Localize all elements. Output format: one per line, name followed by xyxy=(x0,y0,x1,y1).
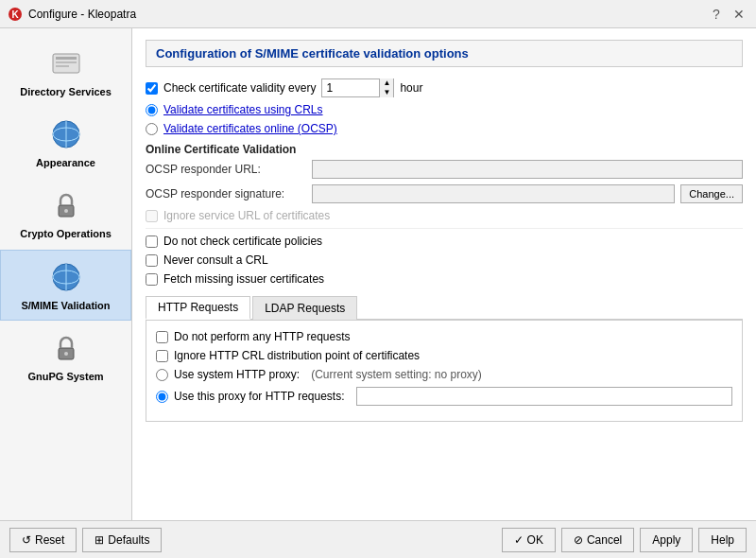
sidebar-label-appearance: Appearance xyxy=(36,157,95,169)
content-title: Configuration of S/MIME certificate vali… xyxy=(146,40,743,67)
no-http-label[interactable]: Do not perform any HTTP requests xyxy=(174,330,351,343)
sidebar-label-crypto-operations: Crypto Operations xyxy=(20,228,112,240)
ignore-service-url-label: Ignore service URL of certificates xyxy=(163,209,330,222)
reset-label: Reset xyxy=(35,533,64,547)
ocsp-url-input[interactable] xyxy=(312,160,743,179)
sidebar: Directory Services Appearance Crypto xyxy=(0,28,132,520)
hour-value-input[interactable] xyxy=(322,79,379,96)
ocsp-signature-row: OCSP responder signature: Change... xyxy=(146,184,743,203)
sidebar-item-crypto-operations[interactable]: Crypto Operations xyxy=(0,178,131,249)
cancel-icon: ⊘ xyxy=(574,533,583,547)
change-button[interactable]: Change... xyxy=(680,184,743,203)
ok-button[interactable]: ✓ OK xyxy=(502,528,556,552)
fetch-missing-row: Fetch missing issuer certificates xyxy=(146,272,743,286)
title-bar: K Configure - Kleopatra ? ✕ xyxy=(0,0,756,28)
ignore-http-crl-checkbox[interactable] xyxy=(156,350,168,362)
validate-ocsp-label[interactable]: Validate certificates online (OCSP) xyxy=(163,122,337,135)
ignore-http-crl-label[interactable]: Ignore HTTP CRL distribution point of ce… xyxy=(174,349,420,362)
ok-check-icon: ✓ xyxy=(514,533,524,547)
apply-button[interactable]: Apply xyxy=(640,528,693,552)
reset-icon: ↺ xyxy=(22,533,31,547)
validate-ocsp-radio[interactable] xyxy=(146,123,158,135)
reset-button[interactable]: ↺ Reset xyxy=(9,528,77,552)
help-button[interactable]: ? xyxy=(707,5,726,24)
smime-validation-icon xyxy=(47,258,85,296)
no-http-checkbox[interactable] xyxy=(156,331,168,343)
check-validity-checkbox[interactable] xyxy=(146,82,158,95)
svg-rect-3 xyxy=(56,57,77,60)
defaults-button[interactable]: ⊞ Defaults xyxy=(82,528,162,552)
content-panel: Configuration of S/MIME certificate vali… xyxy=(132,28,756,520)
hour-spinner[interactable]: ▲ ▼ xyxy=(321,78,394,97)
spinner-buttons: ▲ ▼ xyxy=(379,78,393,97)
never-consult-crl-label[interactable]: Never consult a CRL xyxy=(163,253,268,267)
help-label: Help xyxy=(711,533,734,547)
sidebar-label-gnupg-system: GnuPG System xyxy=(27,371,103,383)
cancel-label: Cancel xyxy=(587,533,622,547)
never-consult-crl-row: Never consult a CRL xyxy=(146,253,743,267)
app-icon: K xyxy=(8,7,23,22)
svg-rect-5 xyxy=(56,65,69,67)
never-consult-crl-checkbox[interactable] xyxy=(146,254,158,267)
hour-unit-label: hour xyxy=(400,81,422,95)
ok-label: OK xyxy=(527,533,543,547)
appearance-icon xyxy=(47,115,85,153)
this-proxy-input[interactable] xyxy=(356,387,732,406)
validate-crl-radio[interactable] xyxy=(146,104,158,116)
sidebar-label-directory-services: Directory Services xyxy=(20,86,112,98)
fetch-missing-checkbox[interactable] xyxy=(146,273,158,286)
help-button[interactable]: Help xyxy=(698,528,747,552)
system-proxy-label[interactable]: Use system HTTP proxy: xyxy=(174,368,300,381)
svg-rect-4 xyxy=(56,61,77,63)
svg-point-15 xyxy=(64,352,68,356)
ocsp-url-row: OCSP responder URL: xyxy=(146,160,743,179)
cancel-button[interactable]: ⊘ Cancel xyxy=(561,528,634,552)
bottom-bar: ↺ Reset ⊞ Defaults ✓ OK ⊘ Cancel Apply H… xyxy=(0,520,756,558)
validate-ocsp-link[interactable]: Validate certificates online (OCSP) xyxy=(163,122,337,135)
ocsp-url-label: OCSP responder URL: xyxy=(146,163,306,176)
main-container: Directory Services Appearance Crypto xyxy=(0,28,756,520)
window-title: Configure - Kleopatra xyxy=(28,8,707,21)
ocsp-signature-input[interactable] xyxy=(312,184,675,203)
request-tabs: HTTP Requests LDAP Requests Do not perfo… xyxy=(146,295,743,422)
tab-ldap-requests[interactable]: LDAP Requests xyxy=(252,296,357,320)
svg-text:K: K xyxy=(11,9,19,20)
sidebar-item-gnupg-system[interactable]: GnuPG System xyxy=(0,321,131,392)
window-controls: ? ✕ xyxy=(707,5,748,24)
this-proxy-radio[interactable] xyxy=(156,391,168,403)
ignore-service-url-row: Ignore service URL of certificates xyxy=(146,209,743,222)
fetch-missing-label[interactable]: Fetch missing issuer certificates xyxy=(163,272,324,286)
svg-point-10 xyxy=(64,209,68,213)
system-proxy-current: (Current system setting: no proxy) xyxy=(311,368,482,381)
system-proxy-row: Use system HTTP proxy: (Current system s… xyxy=(156,368,732,381)
sidebar-item-smime-validation[interactable]: S/MIME Validation xyxy=(0,250,131,321)
system-proxy-radio[interactable] xyxy=(156,369,168,381)
validate-crl-row: Validate certificates using CRLs xyxy=(146,103,743,116)
spin-down-button[interactable]: ▼ xyxy=(380,88,393,97)
sidebar-item-appearance[interactable]: Appearance xyxy=(0,107,131,178)
check-validity-row: Check certificate validity every ▲ ▼ hou… xyxy=(146,78,743,97)
crypto-operations-icon xyxy=(47,186,85,224)
check-validity-label[interactable]: Check certificate validity every xyxy=(163,81,316,95)
sidebar-item-directory-services[interactable]: Directory Services xyxy=(0,36,131,107)
close-button[interactable]: ✕ xyxy=(730,5,748,24)
no-check-policies-label[interactable]: Do not check certificate policies xyxy=(163,235,322,248)
validate-crl-label[interactable]: Validate certificates using CRLs xyxy=(163,103,323,116)
this-proxy-row: Use this proxy for HTTP requests: xyxy=(156,387,732,406)
gnupg-system-icon xyxy=(47,329,85,367)
divider xyxy=(146,228,743,229)
sidebar-label-smime-validation: S/MIME Validation xyxy=(21,300,110,312)
defaults-icon: ⊞ xyxy=(94,533,104,547)
validate-crl-link[interactable]: Validate certificates using CRLs xyxy=(163,103,323,116)
validate-ocsp-row: Validate certificates online (OCSP) xyxy=(146,122,743,135)
http-tab-content: Do not perform any HTTP requests Ignore … xyxy=(146,321,743,422)
tabs-header: HTTP Requests LDAP Requests xyxy=(146,295,743,321)
ignore-http-crl-row: Ignore HTTP CRL distribution point of ce… xyxy=(156,349,732,362)
no-check-policies-checkbox[interactable] xyxy=(146,235,158,248)
online-validation-section-label: Online Certificate Validation xyxy=(146,143,743,156)
this-proxy-label[interactable]: Use this proxy for HTTP requests: xyxy=(174,390,345,403)
ignore-service-url-checkbox[interactable] xyxy=(146,210,158,222)
ocsp-signature-label: OCSP responder signature: xyxy=(146,187,306,201)
spin-up-button[interactable]: ▲ xyxy=(380,78,393,88)
tab-http-requests[interactable]: HTTP Requests xyxy=(146,296,250,320)
